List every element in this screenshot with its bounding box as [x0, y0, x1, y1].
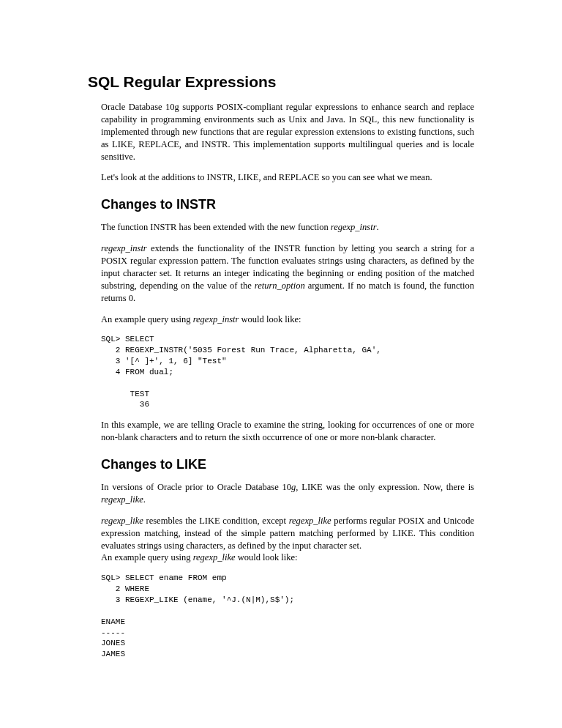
term-regexp-instr: regexp_instr	[331, 222, 377, 232]
text: would look like:	[239, 314, 301, 324]
text: resembles the LIKE condition, except	[143, 516, 289, 526]
text: An example query using	[101, 314, 193, 324]
term-return-option: return_option	[255, 281, 305, 291]
instr-p1: The function INSTR has been extended wit…	[101, 221, 474, 234]
document-page: SQL Regular Expressions Oracle Database …	[0, 0, 562, 713]
section-heading-like: Changes to LIKE	[101, 457, 474, 472]
text: .	[377, 222, 379, 232]
intro-paragraph-1: Oracle Database 10g supports POSIX-compl…	[101, 101, 474, 163]
term-regexp-instr: regexp_instr	[101, 243, 147, 253]
section-heading-instr: Changes to INSTR	[101, 197, 474, 212]
term-regexp-instr: regexp_instr	[193, 314, 239, 324]
text: would look like:	[236, 552, 298, 562]
term-regexp-like: regexp_like	[289, 516, 331, 526]
code-block-like: SQL> SELECT ename FROM emp 2 WHERE 3 REG…	[101, 573, 474, 660]
term-regexp-like: regexp_like	[101, 516, 143, 526]
text: The function INSTR has been extended wit…	[101, 222, 331, 232]
like-p2: regexp_like resembles the LIKE condition…	[101, 515, 474, 552]
page-title: SQL Regular Expressions	[88, 73, 474, 91]
code-block-instr: SQL> SELECT 2 REGEXP_INSTR('5035 Forest …	[101, 334, 474, 410]
like-p3: An example query using regexp_like would…	[101, 551, 474, 564]
text: An example query using	[101, 552, 193, 562]
term-regexp-like: regexp_like	[193, 552, 236, 562]
text: , LIKE was the only expression. Now, the…	[296, 482, 474, 492]
instr-p2: regexp_instr extends the functionality o…	[101, 242, 474, 304]
like-p1: In versions of Oracle prior to Oracle Da…	[101, 481, 474, 506]
intro-paragraph-2: Let's look at the additions to INSTR, LI…	[101, 171, 474, 184]
term-regexp-like: regexp_like	[101, 494, 143, 505]
text: .	[143, 494, 146, 505]
text: In versions of Oracle prior to Oracle Da…	[101, 482, 291, 492]
instr-p4: In this example, we are telling Oracle t…	[101, 419, 474, 444]
instr-p3: An example query using regexp_instr woul…	[101, 313, 474, 326]
